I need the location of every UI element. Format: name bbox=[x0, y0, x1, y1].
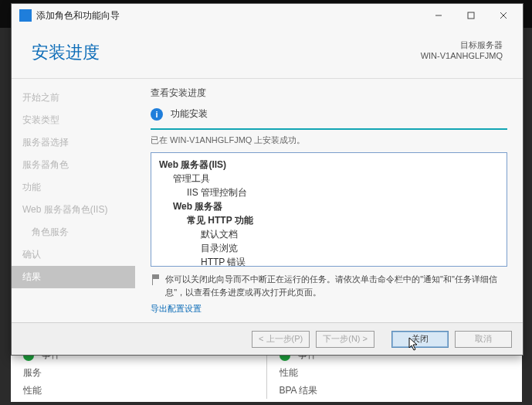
dest-label: 目标服务器 bbox=[460, 40, 503, 49]
prev-button: < 上一步(P) bbox=[252, 331, 310, 348]
section-subhead: 查看安装进度 bbox=[151, 87, 507, 100]
maximize-icon bbox=[467, 12, 475, 19]
nav-item: 安装类型 bbox=[12, 109, 135, 131]
dash-row: BPA 结果 bbox=[267, 382, 523, 400]
dash-label[interactable]: 服务 bbox=[23, 366, 42, 379]
install-result-message: 已在 WIN-V1ANHGLFJMQ 上安装成功。 bbox=[151, 134, 507, 146]
nav-item: 开始之前 bbox=[12, 87, 135, 109]
tree-item: 默认文档 bbox=[201, 227, 499, 241]
status-text: 功能安装 bbox=[171, 107, 208, 121]
nav-item: 服务器选择 bbox=[12, 131, 135, 154]
dialog-title: 添加角色和功能向导 bbox=[36, 9, 422, 22]
tree-item: Web 服务器 bbox=[173, 199, 499, 213]
tree-item: Web 服务器(IIS) bbox=[159, 158, 499, 172]
cancel-button: 取消 bbox=[455, 331, 512, 348]
maximize-button[interactable] bbox=[455, 5, 487, 26]
tree-item: 目录浏览 bbox=[201, 241, 499, 255]
dialog-banner: 安装进度 目标服务器 WIN-V1ANHGLFJMQ bbox=[12, 27, 523, 78]
minimize-button[interactable] bbox=[422, 5, 455, 26]
wizard-nav: 开始之前安装类型服务器选择服务器角色功能Web 服务器角色(IIS)角色服务确认… bbox=[12, 79, 135, 319]
app-icon bbox=[19, 9, 32, 22]
tree-item: HTTP 错误 bbox=[201, 255, 499, 267]
hint-row: 你可以关闭此向导而不中断正在运行的任务。请依次单击命令栏中的"通知"和"任务详细… bbox=[151, 273, 507, 298]
dash-label[interactable]: 性能 bbox=[280, 366, 298, 379]
installed-features-tree[interactable]: Web 服务器(IIS)管理工具IIS 管理控制台Web 服务器常见 HTTP … bbox=[151, 152, 507, 267]
close-icon bbox=[500, 12, 507, 19]
flag-icon bbox=[151, 274, 159, 286]
nav-item: 服务器角色 bbox=[12, 154, 135, 176]
close-button[interactable] bbox=[487, 5, 520, 26]
minimize-icon bbox=[435, 12, 442, 19]
tree-item: IIS 管理控制台 bbox=[187, 185, 499, 199]
tree-item: 常见 HTTP 功能 bbox=[187, 213, 499, 227]
dialog-titlebar[interactable]: 添加角色和功能向导 bbox=[12, 4, 523, 27]
close-wizard-button[interactable]: 关闭 bbox=[391, 331, 449, 348]
nav-item: 角色服务 bbox=[12, 221, 135, 243]
dash-row: 性能 bbox=[11, 382, 266, 400]
nav-item: 确认 bbox=[12, 243, 135, 266]
next-button: 下一步(N) > bbox=[316, 331, 374, 348]
progress-bar bbox=[151, 128, 507, 130]
tree-item: 管理工具 bbox=[173, 172, 499, 185]
dash-row: 服务 bbox=[11, 364, 266, 382]
hint-text: 你可以关闭此向导而不中断正在运行的任务。请依次单击命令栏中的"通知"和"任务详细… bbox=[165, 273, 507, 298]
dialog-footer: < 上一步(P) 下一步(N) > 关闭 取消 bbox=[12, 322, 523, 355]
nav-item[interactable]: 结果 bbox=[12, 266, 135, 288]
nav-item: 功能 bbox=[12, 176, 135, 199]
dest-value: WIN-V1ANHGLFJMQ bbox=[421, 51, 503, 60]
dash-label[interactable]: BPA 结果 bbox=[280, 384, 318, 397]
dash-row: 性能 bbox=[267, 364, 523, 382]
nav-item: Web 服务器角色(IIS) bbox=[12, 199, 135, 221]
info-icon: i bbox=[151, 108, 163, 121]
destination-server: 目标服务器 WIN-V1ANHGLFJMQ bbox=[421, 39, 503, 62]
status-row: i 功能安装 bbox=[151, 107, 507, 121]
export-config-link[interactable]: 导出配置设置 bbox=[151, 303, 507, 315]
dash-label[interactable]: 性能 bbox=[23, 384, 42, 397]
add-roles-wizard-dialog: 添加角色和功能向导 安装进度 目标服务器 WIN-V1ANHGLFJMQ 开始之… bbox=[11, 3, 524, 356]
wizard-main: 查看安装进度 i 功能安装 已在 WIN-V1ANHGLFJMQ 上安装成功。 … bbox=[135, 79, 523, 319]
svg-rect-1 bbox=[468, 12, 474, 19]
